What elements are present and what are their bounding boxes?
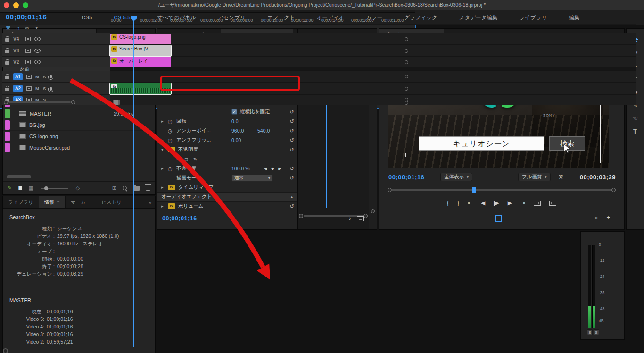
- prev-keyframe-icon[interactable]: ◀: [264, 167, 267, 171]
- stopwatch-icon[interactable]: ◷: [168, 137, 176, 143]
- track-name[interactable]: A2: [13, 85, 23, 92]
- more-tabs-icon[interactable]: »: [145, 196, 155, 208]
- blend-mode-dropdown[interactable]: 通常 ▾: [231, 175, 273, 182]
- rotation-row[interactable]: ▸ ◷ 回転 0.0 ↺: [157, 117, 297, 126]
- lock-icon[interactable]: [5, 50, 9, 53]
- panel-menu-icon[interactable]: ≡: [57, 200, 60, 205]
- stopwatch-icon[interactable]: ◷: [168, 166, 176, 172]
- anchor-point-row[interactable]: ◷ アンカーポイ... 960.0 540.0 ↺: [157, 126, 297, 135]
- twirl-icon[interactable]: ▸: [161, 185, 168, 190]
- track-sync-lock-icon[interactable]: [25, 60, 31, 64]
- label-color-chip[interactable]: [5, 120, 10, 130]
- project-item-cslogo[interactable]: CS-logo.png: [3, 131, 155, 142]
- track-name[interactable]: V4: [13, 36, 22, 42]
- opacity-effect-row[interactable]: ▾ fx 不透明度 ↺: [157, 145, 297, 154]
- zoom-slider[interactable]: [41, 188, 68, 189]
- track-end-dot[interactable]: [405, 87, 408, 91]
- reset-icon[interactable]: ↺: [286, 147, 297, 153]
- lock-icon[interactable]: [5, 88, 9, 91]
- anchor-y-value[interactable]: 540.0: [257, 128, 283, 134]
- project-writable-icon[interactable]: ✎: [8, 185, 12, 191]
- track-lane-a3[interactable]: [110, 95, 416, 105]
- stopwatch-icon[interactable]: ◷: [168, 128, 176, 134]
- reset-icon[interactable]: ↺: [286, 118, 297, 125]
- project-item-mousecursor[interactable]: MouseCursor.psd: [3, 142, 155, 153]
- add-marker-icon[interactable]: ▼: [35, 26, 39, 31]
- clip-cs-logo[interactable]: fx CS-logo.png: [110, 34, 171, 44]
- uniform-scale-checkbox[interactable]: ✓: [231, 109, 237, 115]
- comparison-view-button[interactable]: [495, 215, 502, 222]
- extract-button[interactable]: [549, 201, 556, 206]
- blend-mode-row[interactable]: 描画モード 通常 ▾ ↺: [157, 173, 297, 183]
- mute-button[interactable]: M: [35, 86, 39, 91]
- lift-button[interactable]: [534, 201, 541, 206]
- timeline-hscrollbar[interactable]: [4, 100, 75, 104]
- window-zoom-button[interactable]: [23, 2, 28, 8]
- find-button[interactable]: [123, 186, 127, 190]
- solo-right-button[interactable]: S: [594, 329, 599, 335]
- collapse-icon[interactable]: ▲: [286, 195, 297, 199]
- tab-history[interactable]: ヒストリ: [96, 196, 127, 208]
- twirl-icon[interactable]: ▸: [161, 204, 168, 209]
- rotation-value[interactable]: 0.0: [231, 118, 257, 124]
- track-end-dot[interactable]: [405, 60, 408, 64]
- track-output-icon[interactable]: [34, 49, 41, 53]
- lock-icon[interactable]: [5, 38, 9, 42]
- project-item-bg[interactable]: BG.jpg: [3, 119, 155, 131]
- timeline-playhead-line[interactable]: [133, 17, 134, 109]
- label-color-chip[interactable]: [5, 109, 10, 118]
- hand-tool[interactable]: ☜: [632, 115, 638, 122]
- voiceover-record-icon[interactable]: [50, 75, 52, 78]
- timeline-timecode[interactable]: 00;00;01;16: [6, 13, 47, 21]
- stopwatch-icon[interactable]: ◷: [168, 118, 176, 125]
- settings-wrench-icon[interactable]: ⚒: [558, 174, 563, 180]
- delete-button[interactable]: [146, 185, 150, 191]
- workspace-cs5[interactable]: CS5: [71, 15, 103, 20]
- opacity-value[interactable]: 100.0 %: [231, 166, 257, 171]
- track-sync-lock-icon[interactable]: [25, 49, 31, 53]
- type-tool[interactable]: T: [633, 128, 637, 135]
- reset-icon[interactable]: ↺: [286, 137, 297, 143]
- sort-icon[interactable]: ◇: [76, 185, 80, 191]
- pen-mask-icon[interactable]: ✎: [193, 157, 197, 162]
- anchor-x-value[interactable]: 960.0: [231, 128, 257, 134]
- track-header-v3[interactable]: V3: [2, 45, 110, 57]
- timeline-settings-icon[interactable]: ⚒: [6, 25, 10, 31]
- timeline-ruler[interactable]: 00;00 00;00;02;00 00;00;04;00 00;00;06;0…: [110, 16, 416, 25]
- track-sync-lock-icon[interactable]: [26, 86, 32, 91]
- solo-button[interactable]: S: [43, 74, 46, 79]
- next-keyframe-icon[interactable]: ▶: [278, 167, 281, 171]
- antiflicker-row[interactable]: ▸ ◷ アンチフリッ... 0.00 ↺: [157, 135, 297, 145]
- reset-icon[interactable]: ↺: [286, 203, 297, 210]
- twirl-icon[interactable]: ▸: [161, 138, 168, 143]
- button-editor-icon[interactable]: +: [606, 214, 610, 221]
- tab-library[interactable]: ライブラリ: [3, 196, 39, 208]
- opacity-value-row[interactable]: ▸ ◷ 不透明度 100.0 % ◀ ◆ ▶ ↺: [157, 164, 297, 173]
- playback-quality-dropdown[interactable]: フル画質 ▾: [518, 173, 551, 181]
- clip-overlay[interactable]: fx オーバーレイ: [110, 57, 171, 67]
- reset-icon[interactable]: ↺: [286, 166, 297, 172]
- solo-button[interactable]: S: [43, 86, 46, 91]
- uniform-scale-row[interactable]: ✓ 縦横比を固定 ↺: [157, 107, 297, 117]
- tab-info[interactable]: 情報 ≡: [39, 196, 66, 208]
- track-name[interactable]: V3: [13, 48, 22, 53]
- window-minimize-button[interactable]: [13, 2, 19, 8]
- mark-out-button[interactable]: }: [457, 200, 459, 206]
- audio-effects-header[interactable]: オーディオエフェクト ▲: [157, 192, 297, 202]
- lock-icon[interactable]: [5, 76, 9, 79]
- list-view-button[interactable]: ≣: [18, 185, 22, 191]
- rect-mask-icon[interactable]: □: [185, 157, 188, 162]
- project-item-master[interactable]: MASTER 29.97 fps: [3, 108, 155, 119]
- track-header-a1[interactable]: A1 M S: [2, 71, 110, 83]
- icon-view-button[interactable]: ▦: [28, 185, 33, 191]
- time-remap-row[interactable]: ▸ fx タイムリマップ: [157, 183, 297, 192]
- track-output-icon[interactable]: [34, 60, 41, 64]
- step-forward-button[interactable]: ▶: [508, 200, 512, 206]
- new-bin-button[interactable]: [133, 186, 140, 191]
- volume-effect-row[interactable]: ▸ fx ボリューム ↺: [157, 202, 297, 211]
- track-end-dot[interactable]: [405, 49, 408, 53]
- mark-in-button[interactable]: {: [447, 200, 449, 206]
- label-color-chip[interactable]: [5, 132, 10, 141]
- zoom-level-dropdown[interactable]: 全体表示 ▾: [440, 173, 472, 181]
- solo-left-button[interactable]: S: [587, 329, 593, 335]
